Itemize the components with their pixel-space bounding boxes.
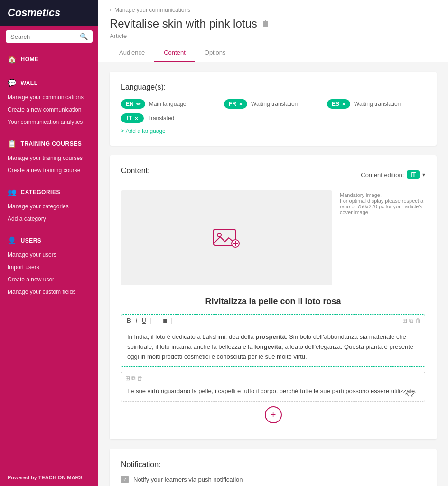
lang-edit-icon-en[interactable]: ✏ bbox=[136, 101, 140, 107]
text-block-1-toolbar: B I U ≡ ≣ ⊞ ⧉ 🗑 bbox=[121, 315, 425, 327]
sidebar-item-create-user[interactable]: Create a new user bbox=[0, 273, 98, 286]
sidebar-item-custom-fields[interactable]: Manage your custom fields bbox=[0, 286, 98, 298]
footer-text: Powered by TEACH ON MARS bbox=[8, 475, 83, 480]
chevron-down-icon[interactable]: ▾ bbox=[422, 171, 425, 178]
sidebar-item-categories[interactable]: 👥 CATEGORIES bbox=[0, 184, 98, 200]
page-subtitle: Article bbox=[110, 32, 437, 39]
training-icon: 📋 bbox=[8, 140, 17, 148]
sidebar-footer: Powered by TEACH ON MARS bbox=[0, 469, 98, 486]
toolbar-divider-2 bbox=[171, 318, 172, 324]
image-placeholder[interactable] bbox=[121, 190, 332, 285]
lang-badge-es: ES ✕ bbox=[327, 99, 350, 109]
expand-icon-2[interactable]: ⊞ bbox=[125, 375, 130, 382]
expand-icon[interactable]: ⊞ bbox=[402, 318, 407, 324]
sidebar-item-manage-categories[interactable]: Manage your categories bbox=[0, 200, 98, 213]
sidebar-item-comm-analytics[interactable]: Your communication analytics bbox=[0, 116, 98, 128]
notification-check-row: ✓ Notify your learners via push notifica… bbox=[121, 476, 425, 483]
sidebar-item-add-category[interactable]: Add a category bbox=[0, 213, 98, 225]
users-section: 👤 USERS Manage your users Import users C… bbox=[0, 229, 98, 302]
lang-fr: FR ✕ Waiting translation bbox=[224, 99, 322, 109]
add-block-button[interactable]: + bbox=[265, 406, 282, 423]
categories-label: CATEGORIES bbox=[21, 189, 60, 196]
sidebar-item-create-training[interactable]: Create a new training course bbox=[0, 164, 98, 177]
edition-lang-badge[interactable]: IT bbox=[407, 170, 420, 179]
text-block-1-content[interactable]: In India, il loto è dedicato a Lakshmi, … bbox=[121, 327, 425, 366]
search-container: 🔍 bbox=[0, 26, 98, 47]
breadcrumb: ‹ Manage your communications bbox=[110, 7, 437, 13]
delete-block-icon-2[interactable]: 🗑 bbox=[137, 375, 143, 382]
lang-code-fr: FR bbox=[229, 101, 236, 107]
align-left-tool[interactable]: ≡ bbox=[154, 318, 159, 324]
notification-card: Notification: ✓ Notify your learners via… bbox=[110, 449, 437, 486]
svg-point-1 bbox=[217, 233, 221, 237]
language-grid: EN ✏ Main language FR ✕ Waiting translat… bbox=[121, 99, 425, 109]
copy-icon[interactable]: ⧉ bbox=[409, 318, 413, 324]
languages-title: Language(s): bbox=[121, 83, 425, 92]
tab-content[interactable]: Content bbox=[154, 44, 195, 62]
languages-card: Language(s): EN ✏ Main language FR ✕ bbox=[110, 72, 437, 146]
page-title-row: Revitalise skin with pink lotus 🗑 bbox=[110, 17, 437, 30]
italic-tool[interactable]: I bbox=[134, 317, 139, 325]
lang-badge-it: IT ✕ bbox=[121, 113, 144, 123]
users-icon: 👤 bbox=[8, 236, 17, 245]
delete-block-icon[interactable]: 🗑 bbox=[415, 318, 421, 324]
search-icon: 🔍 bbox=[80, 33, 88, 40]
bold-tool[interactable]: B bbox=[125, 317, 132, 325]
tab-options[interactable]: Options bbox=[195, 44, 235, 62]
sidebar-item-home[interactable]: 🏠 HOME bbox=[0, 51, 98, 67]
page-header: ‹ Manage your communications Revitalise … bbox=[98, 0, 448, 62]
lang-close-icon-es[interactable]: ✕ bbox=[342, 102, 345, 107]
lang-en: EN ✏ Main language bbox=[121, 99, 219, 109]
image-upload-icon bbox=[213, 225, 241, 251]
home-icon: 🏠 bbox=[8, 55, 17, 64]
add-block-section: + bbox=[121, 406, 425, 423]
edition-label: Content edition: bbox=[361, 171, 404, 178]
sidebar-item-import-users[interactable]: Import users bbox=[0, 261, 98, 273]
breadcrumb-link[interactable]: Manage your communications bbox=[114, 7, 190, 13]
content-area: Language(s): EN ✏ Main language FR ✕ bbox=[98, 62, 448, 486]
sidebar-item-manage-comms[interactable]: Manage your communications bbox=[0, 91, 98, 103]
sidebar-item-wall[interactable]: 💬 WALL bbox=[0, 75, 98, 91]
tab-audience[interactable]: Audience bbox=[110, 44, 154, 62]
sidebar-item-training[interactable]: 📋 TRAINING COURSES bbox=[0, 136, 98, 152]
text-block-2: ⊞ ⧉ 🗑 Le sue virtù riguardano la pelle, … bbox=[121, 372, 425, 402]
trash-icon[interactable]: 🗑 bbox=[262, 19, 270, 28]
content-section-title: Content: bbox=[121, 167, 149, 175]
wall-section: 💬 WALL Manage your communications Create… bbox=[0, 71, 98, 132]
training-label: TRAINING COURSES bbox=[21, 140, 82, 147]
sidebar-item-users[interactable]: 👤 USERS bbox=[0, 233, 98, 249]
categories-icon: 👥 bbox=[8, 188, 17, 196]
article-title: Rivitalizza la pelle con il loto rosa bbox=[121, 297, 425, 307]
lang-label-en: Main language bbox=[149, 101, 187, 107]
text-block-2-content[interactable]: Le sue virtù riguardano la pelle, i cape… bbox=[121, 382, 425, 401]
align-right-tool[interactable]: ≣ bbox=[161, 318, 168, 325]
lang-it: IT ✕ Translated bbox=[121, 113, 219, 123]
copy-icon-2[interactable]: ⧉ bbox=[131, 375, 136, 382]
notify-checkbox[interactable]: ✓ bbox=[121, 476, 129, 483]
lang-code-es: ES bbox=[332, 101, 339, 107]
lang-close-icon-fr[interactable]: ✕ bbox=[239, 102, 243, 107]
lang-code-en: EN bbox=[126, 101, 134, 107]
wall-icon: 💬 bbox=[8, 79, 17, 87]
wall-label: WALL bbox=[21, 80, 38, 86]
content-card: Content: Content edition: IT ▾ bbox=[110, 155, 437, 439]
lang-label-es: Waiting translation bbox=[354, 101, 401, 107]
page-title: Revitalise skin with pink lotus bbox=[110, 17, 257, 30]
toolbar-divider bbox=[150, 318, 151, 324]
image-section: Mandatory image. For optimal display ple… bbox=[121, 190, 425, 291]
sidebar-item-manage-training[interactable]: Manage your training courses bbox=[0, 152, 98, 164]
categories-section: 👥 CATEGORIES Manage your categories Add … bbox=[0, 180, 98, 229]
breadcrumb-arrow-icon: ‹ bbox=[110, 7, 112, 13]
lang-code-it: IT bbox=[127, 115, 132, 122]
sidebar-item-create-comm[interactable]: Create a new communication bbox=[0, 103, 98, 116]
home-label: HOME bbox=[21, 56, 39, 63]
add-language-button[interactable]: > Add a language bbox=[121, 128, 425, 134]
underline-tool[interactable]: U bbox=[140, 317, 148, 325]
sidebar-item-manage-users[interactable]: Manage your users bbox=[0, 249, 98, 261]
image-hint-line1: Mandatory image. bbox=[340, 192, 425, 198]
lang-close-icon-it[interactable]: ✕ bbox=[134, 116, 138, 121]
lang-badge-fr: FR ✕ bbox=[224, 99, 247, 109]
content-section-header: Content: Content edition: IT ▾ bbox=[121, 167, 425, 183]
search-input[interactable] bbox=[10, 33, 77, 40]
lang-label-it: Translated bbox=[148, 115, 174, 122]
